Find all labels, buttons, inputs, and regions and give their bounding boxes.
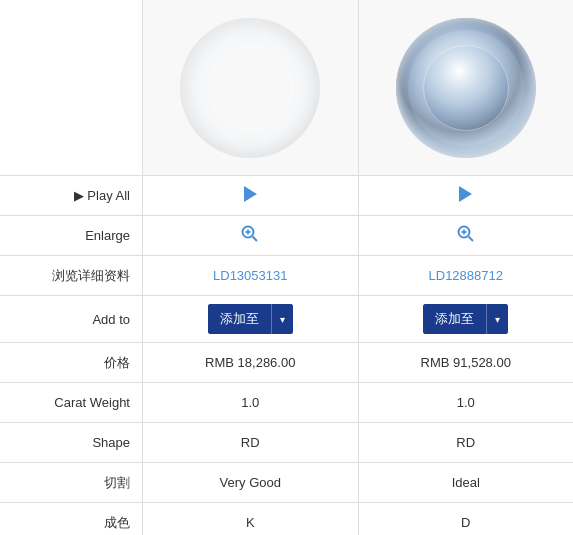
diamond1-color: K <box>143 503 359 535</box>
play-all-label: ▶ Play All <box>0 176 143 215</box>
enlarge-icon-1[interactable] <box>240 224 260 247</box>
price-row: 价格 RMB 18,286.00 RMB 91,528.00 <box>0 343 573 383</box>
color-label: 成色 <box>0 503 143 535</box>
diamond2-play[interactable] <box>359 176 574 215</box>
diamond1-image <box>180 18 320 158</box>
diamond2-enlarge[interactable] <box>359 216 574 255</box>
diamond1-add-arrow: ▾ <box>272 304 293 334</box>
diamond1-id-link[interactable]: LD13053131 <box>213 268 287 283</box>
magnify-plus-icon-1 <box>240 224 260 244</box>
price-label: 价格 <box>0 343 143 382</box>
add-to-label: Add to <box>0 296 143 342</box>
diamond2-cut-value: Ideal <box>452 475 480 490</box>
add-to-row: Add to 添加至 ▾ 添加至 ▾ <box>0 296 573 343</box>
image-row <box>0 0 573 176</box>
diamond2-image <box>396 18 536 158</box>
diamond1-details[interactable]: LD13053131 <box>143 256 359 295</box>
comparison-table: ▶ Play All Enlarge <box>0 0 573 535</box>
play-all-row: ▶ Play All <box>0 176 573 216</box>
play-triangle-2 <box>459 186 472 202</box>
diamond1-add-cell: 添加至 ▾ <box>143 296 359 342</box>
diamond1-cut-value: Very Good <box>220 475 281 490</box>
diamond2-price-value: RMB 91,528.00 <box>421 355 511 370</box>
enlarge-row: Enlarge <box>0 216 573 256</box>
diamond2-color-value: D <box>461 515 470 530</box>
diamond2-details[interactable]: LD12888712 <box>359 256 574 295</box>
shape-row: Shape RD RD <box>0 423 573 463</box>
image-label-cell <box>0 0 143 175</box>
diamond2-image-cell <box>359 0 574 175</box>
diamond1-carat-value: 1.0 <box>241 395 259 410</box>
diamond2-shape: RD <box>359 423 574 462</box>
carat-weight-label: Carat Weight <box>0 383 143 422</box>
color-row: 成色 K D <box>0 503 573 535</box>
diamond2-add-text: 添加至 <box>423 304 486 334</box>
browse-details-row: 浏览详细资料 LD13053131 LD12888712 <box>0 256 573 296</box>
browse-details-label: 浏览详细资料 <box>0 256 143 295</box>
enlarge-label: Enlarge <box>0 216 143 255</box>
diamond1-shape: RD <box>143 423 359 462</box>
diamond1-play[interactable] <box>143 176 359 215</box>
diamond2-cut: Ideal <box>359 463 574 502</box>
diamond2-add-cell: 添加至 ▾ <box>359 296 574 342</box>
diamond2-carat: 1.0 <box>359 383 574 422</box>
play-triangle-1 <box>244 186 257 202</box>
svg-line-1 <box>253 237 258 242</box>
diamond1-color-value: K <box>246 515 255 530</box>
diamond2-price: RMB 91,528.00 <box>359 343 574 382</box>
magnify-plus-icon-2 <box>456 224 476 244</box>
cut-label: 切割 <box>0 463 143 502</box>
diamond2-add-arrow: ▾ <box>487 304 508 334</box>
diamond2-add-button[interactable]: 添加至 ▾ <box>423 304 508 334</box>
svg-line-5 <box>468 237 473 242</box>
diamond1-enlarge[interactable] <box>143 216 359 255</box>
diamond2-carat-value: 1.0 <box>457 395 475 410</box>
diamond1-price-value: RMB 18,286.00 <box>205 355 295 370</box>
shape-label: Shape <box>0 423 143 462</box>
diamond1-add-button[interactable]: 添加至 ▾ <box>208 304 293 334</box>
carat-weight-row: Carat Weight 1.0 1.0 <box>0 383 573 423</box>
diamond1-shape-value: RD <box>241 435 260 450</box>
diamond2-shape-value: RD <box>456 435 475 450</box>
diamond1-price: RMB 18,286.00 <box>143 343 359 382</box>
enlarge-icon-2[interactable] <box>456 224 476 247</box>
cut-row: 切割 Very Good Ideal <box>0 463 573 503</box>
diamond2-id-link[interactable]: LD12888712 <box>429 268 503 283</box>
diamond2-color: D <box>359 503 574 535</box>
diamond1-image-cell <box>143 0 359 175</box>
diamond1-carat: 1.0 <box>143 383 359 422</box>
diamond1-cut: Very Good <box>143 463 359 502</box>
play-icon-1[interactable] <box>244 186 257 205</box>
diamond1-add-text: 添加至 <box>208 304 271 334</box>
play-all-text[interactable]: ▶ Play All <box>74 188 130 203</box>
play-icon-2[interactable] <box>459 186 472 205</box>
